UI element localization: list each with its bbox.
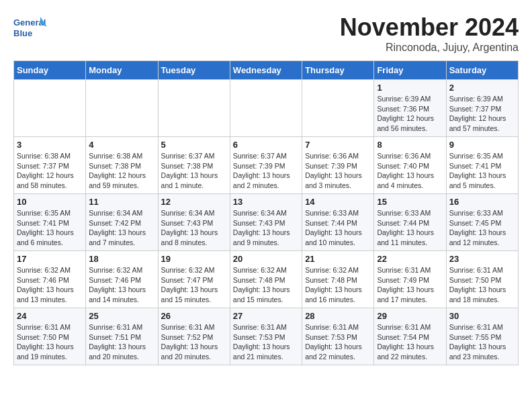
day-number: 23 — [449, 254, 515, 264]
calendar-cell: 9Sunrise: 6:35 AMSunset: 7:41 PMDaylight… — [446, 137, 518, 194]
day-info: Sunrise: 6:31 AMSunset: 7:53 PMDaylight:… — [233, 322, 299, 362]
calendar-cell — [302, 80, 374, 137]
calendar-cell: 29Sunrise: 6:31 AMSunset: 7:54 PMDayligh… — [374, 308, 446, 365]
calendar-cell: 13Sunrise: 6:34 AMSunset: 7:43 PMDayligh… — [230, 194, 302, 251]
calendar-week-3: 10Sunrise: 6:35 AMSunset: 7:41 PMDayligh… — [14, 194, 519, 251]
day-number: 14 — [305, 197, 371, 207]
logo-svg: General Blue — [13, 13, 47, 44]
weekday-header-thursday: Thursday — [302, 61, 374, 80]
day-number: 16 — [449, 197, 515, 207]
day-number: 10 — [17, 197, 83, 207]
weekday-header-row: SundayMondayTuesdayWednesdayThursdayFrid… — [14, 61, 519, 80]
calendar-week-1: 1Sunrise: 6:39 AMSunset: 7:36 PMDaylight… — [14, 80, 519, 137]
day-number: 8 — [377, 140, 443, 150]
calendar-cell: 10Sunrise: 6:35 AMSunset: 7:41 PMDayligh… — [14, 194, 86, 251]
calendar-cell: 3Sunrise: 6:38 AMSunset: 7:37 PMDaylight… — [14, 137, 86, 194]
calendar-cell: 11Sunrise: 6:34 AMSunset: 7:42 PMDayligh… — [86, 194, 158, 251]
day-info: Sunrise: 6:34 AMSunset: 7:42 PMDaylight:… — [89, 208, 154, 248]
day-info: Sunrise: 6:31 AMSunset: 7:50 PMDaylight:… — [449, 265, 515, 305]
day-info: Sunrise: 6:35 AMSunset: 7:41 PMDaylight:… — [17, 208, 83, 248]
month-title: November 2024 — [340, 13, 519, 42]
day-info: Sunrise: 6:32 AMSunset: 7:47 PMDaylight:… — [161, 265, 227, 305]
day-number: 27 — [233, 311, 299, 321]
day-info: Sunrise: 6:38 AMSunset: 7:37 PMDaylight:… — [17, 151, 83, 191]
day-info: Sunrise: 6:38 AMSunset: 7:38 PMDaylight:… — [89, 151, 154, 191]
day-info: Sunrise: 6:31 AMSunset: 7:54 PMDaylight:… — [377, 322, 443, 362]
calendar-cell — [230, 80, 302, 137]
calendar-cell: 14Sunrise: 6:33 AMSunset: 7:44 PMDayligh… — [302, 194, 374, 251]
day-number: 18 — [89, 254, 154, 264]
day-number: 7 — [305, 140, 371, 150]
day-number: 26 — [161, 311, 227, 321]
calendar-week-2: 3Sunrise: 6:38 AMSunset: 7:37 PMDaylight… — [14, 137, 519, 194]
weekday-header-monday: Monday — [86, 61, 158, 80]
calendar-cell: 15Sunrise: 6:33 AMSunset: 7:44 PMDayligh… — [374, 194, 446, 251]
day-info: Sunrise: 6:31 AMSunset: 7:52 PMDaylight:… — [161, 322, 227, 362]
weekday-header-tuesday: Tuesday — [158, 61, 230, 80]
day-number: 17 — [17, 254, 83, 264]
day-info: Sunrise: 6:36 AMSunset: 7:39 PMDaylight:… — [305, 151, 371, 191]
calendar-cell: 28Sunrise: 6:31 AMSunset: 7:53 PMDayligh… — [302, 308, 374, 365]
weekday-header-wednesday: Wednesday — [230, 61, 302, 80]
day-number: 6 — [233, 140, 299, 150]
calendar-cell: 21Sunrise: 6:32 AMSunset: 7:48 PMDayligh… — [302, 251, 374, 308]
day-number: 15 — [377, 197, 443, 207]
calendar-cell: 23Sunrise: 6:31 AMSunset: 7:50 PMDayligh… — [446, 251, 518, 308]
day-info: Sunrise: 6:34 AMSunset: 7:43 PMDaylight:… — [233, 208, 299, 248]
calendar-cell: 8Sunrise: 6:36 AMSunset: 7:40 PMDaylight… — [374, 137, 446, 194]
day-number: 25 — [89, 311, 154, 321]
day-number: 19 — [161, 254, 227, 264]
calendar-cell: 25Sunrise: 6:31 AMSunset: 7:51 PMDayligh… — [86, 308, 158, 365]
location-title: Rinconoda, Jujuy, Argentina — [340, 42, 519, 54]
day-number: 11 — [89, 197, 154, 207]
weekday-header-friday: Friday — [374, 61, 446, 80]
calendar-cell: 7Sunrise: 6:36 AMSunset: 7:39 PMDaylight… — [302, 137, 374, 194]
day-number: 12 — [161, 197, 227, 207]
day-number: 21 — [305, 254, 371, 264]
day-number: 5 — [161, 140, 227, 150]
day-info: Sunrise: 6:31 AMSunset: 7:55 PMDaylight:… — [449, 322, 515, 362]
calendar-cell: 17Sunrise: 6:32 AMSunset: 7:46 PMDayligh… — [14, 251, 86, 308]
day-info: Sunrise: 6:33 AMSunset: 7:45 PMDaylight:… — [449, 208, 515, 248]
calendar-cell: 6Sunrise: 6:37 AMSunset: 7:39 PMDaylight… — [230, 137, 302, 194]
calendar-cell: 30Sunrise: 6:31 AMSunset: 7:55 PMDayligh… — [446, 308, 518, 365]
calendar-cell: 16Sunrise: 6:33 AMSunset: 7:45 PMDayligh… — [446, 194, 518, 251]
day-number: 3 — [17, 140, 83, 150]
logo: General Blue — [13, 13, 47, 44]
day-info: Sunrise: 6:37 AMSunset: 7:39 PMDaylight:… — [233, 151, 299, 191]
calendar-cell: 5Sunrise: 6:37 AMSunset: 7:38 PMDaylight… — [158, 137, 230, 194]
day-info: Sunrise: 6:31 AMSunset: 7:50 PMDaylight:… — [17, 322, 83, 362]
weekday-header-sunday: Sunday — [14, 61, 86, 80]
day-info: Sunrise: 6:33 AMSunset: 7:44 PMDaylight:… — [377, 208, 443, 248]
day-info: Sunrise: 6:35 AMSunset: 7:41 PMDaylight:… — [449, 151, 515, 191]
header: General Blue November 2024 Rinconoda, Ju… — [13, 13, 519, 54]
day-info: Sunrise: 6:31 AMSunset: 7:51 PMDaylight:… — [89, 322, 154, 362]
day-info: Sunrise: 6:32 AMSunset: 7:46 PMDaylight:… — [17, 265, 83, 305]
day-info: Sunrise: 6:36 AMSunset: 7:40 PMDaylight:… — [377, 151, 443, 191]
day-number: 4 — [89, 140, 154, 150]
day-info: Sunrise: 6:37 AMSunset: 7:38 PMDaylight:… — [161, 151, 227, 191]
day-info: Sunrise: 6:32 AMSunset: 7:48 PMDaylight:… — [233, 265, 299, 305]
day-number: 20 — [233, 254, 299, 264]
calendar-week-4: 17Sunrise: 6:32 AMSunset: 7:46 PMDayligh… — [14, 251, 519, 308]
day-info: Sunrise: 6:32 AMSunset: 7:46 PMDaylight:… — [89, 265, 154, 305]
calendar-week-5: 24Sunrise: 6:31 AMSunset: 7:50 PMDayligh… — [14, 308, 519, 365]
day-info: Sunrise: 6:34 AMSunset: 7:43 PMDaylight:… — [161, 208, 227, 248]
calendar-cell: 24Sunrise: 6:31 AMSunset: 7:50 PMDayligh… — [14, 308, 86, 365]
calendar-cell: 20Sunrise: 6:32 AMSunset: 7:48 PMDayligh… — [230, 251, 302, 308]
calendar-cell: 2Sunrise: 6:39 AMSunset: 7:37 PMDaylight… — [446, 80, 518, 137]
calendar-cell: 18Sunrise: 6:32 AMSunset: 7:46 PMDayligh… — [86, 251, 158, 308]
calendar-cell: 4Sunrise: 6:38 AMSunset: 7:38 PMDaylight… — [86, 137, 158, 194]
day-info: Sunrise: 6:39 AMSunset: 7:37 PMDaylight:… — [449, 94, 515, 134]
calendar-cell: 27Sunrise: 6:31 AMSunset: 7:53 PMDayligh… — [230, 308, 302, 365]
day-number: 30 — [449, 311, 515, 321]
day-info: Sunrise: 6:31 AMSunset: 7:49 PMDaylight:… — [377, 265, 443, 305]
calendar-cell: 19Sunrise: 6:32 AMSunset: 7:47 PMDayligh… — [158, 251, 230, 308]
day-number: 28 — [305, 311, 371, 321]
day-number: 9 — [449, 140, 515, 150]
title-area: November 2024 Rinconoda, Jujuy, Argentin… — [340, 13, 519, 54]
day-number: 2 — [449, 83, 515, 93]
calendar-table: SundayMondayTuesdayWednesdayThursdayFrid… — [13, 60, 519, 365]
calendar-cell — [158, 80, 230, 137]
calendar-cell: 12Sunrise: 6:34 AMSunset: 7:43 PMDayligh… — [158, 194, 230, 251]
